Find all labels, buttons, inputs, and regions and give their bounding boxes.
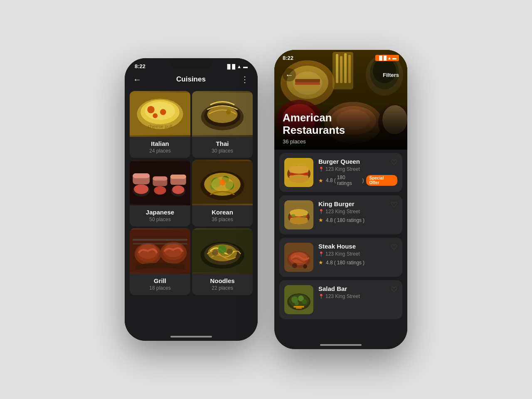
right-back-button[interactable]: ← xyxy=(283,68,296,81)
wifi-icon: ▲ xyxy=(237,64,241,69)
korean-label: Korean 36 places xyxy=(192,205,253,227)
cuisine-card-grill[interactable]: Grill 18 places xyxy=(130,228,190,295)
steak-house-favorite-button[interactable]: ♡ xyxy=(391,243,397,252)
left-page-title: Cuisines xyxy=(176,75,206,84)
salad-bar-favorite-button[interactable]: ♡ xyxy=(391,285,397,294)
japanese-image xyxy=(130,160,190,205)
grill-label: Grill 18 places xyxy=(130,274,190,295)
svg-rect-19 xyxy=(170,175,186,179)
svg-point-4 xyxy=(147,106,155,113)
thai-name: Thai xyxy=(196,140,249,147)
king-burger-name: King Burger xyxy=(318,200,397,207)
king-burger-image xyxy=(284,200,313,229)
right-home-indicator xyxy=(320,344,362,346)
star-icon-3: ★ xyxy=(318,259,323,266)
left-header: ← Cuisines ⋮ xyxy=(125,71,258,89)
svg-point-49 xyxy=(212,250,218,256)
noodles-label: Noodles 22 places xyxy=(192,274,253,295)
cuisine-card-italian[interactable]: cheese pull Italian 24 places xyxy=(130,91,190,158)
noodles-image xyxy=(192,228,253,274)
burger-queen-favorite-button[interactable]: ♡ xyxy=(391,158,397,167)
svg-point-34 xyxy=(219,180,226,186)
svg-point-79 xyxy=(289,165,309,174)
svg-text:cheese pull: cheese pull xyxy=(148,123,172,129)
svg-rect-17 xyxy=(153,176,167,180)
svg-point-80 xyxy=(289,175,309,183)
svg-point-23 xyxy=(154,186,166,195)
steak-house-name: Steak House xyxy=(318,243,397,250)
svg-rect-103 xyxy=(293,306,304,308)
right-time: 8:22 xyxy=(283,55,293,61)
restaurant-card-king-burger[interactable]: King Burger 📍 123 King Street ★ 4.8 ( 18… xyxy=(279,195,402,234)
burger-queen-rating: 4.8 ( 180 ratings ) xyxy=(326,175,364,186)
svg-point-12 xyxy=(226,110,231,115)
pin-icon-4: 📍 xyxy=(318,294,324,299)
svg-point-95 xyxy=(303,264,307,268)
restaurant-card-steak-house[interactable]: Steak House 📍 123 King Street ★ 4.8 ( 18… xyxy=(279,238,402,277)
cuisine-card-japanese[interactable]: Japanese 50 places xyxy=(130,160,190,227)
steak-house-address: 📍 123 King Street xyxy=(318,251,397,257)
svg-point-89 xyxy=(303,215,306,218)
steak-house-image xyxy=(284,243,313,272)
korean-count: 36 places xyxy=(196,217,249,222)
burger-queen-info: Burger Queen 📍 123 King Street ★ 4.8 ( 1… xyxy=(318,158,397,186)
steak-house-info: Steak House 📍 123 King Street ★ 4.8 ( 18… xyxy=(318,243,397,266)
grill-count: 18 places xyxy=(134,285,186,291)
italian-image: cheese pull xyxy=(130,91,190,137)
king-burger-favorite-button[interactable]: ♡ xyxy=(391,200,397,209)
hero-overlay: AmericanRestaurants 36 places xyxy=(274,103,407,150)
salad-bar-address: 📍 123 King Street xyxy=(318,293,397,299)
cuisine-card-korean[interactable]: Korean 36 places xyxy=(192,160,253,227)
steak-house-rating: 4.8 ( 180 ratings ) xyxy=(326,260,365,266)
cuisine-card-noodles[interactable]: Noodles 22 places xyxy=(192,228,253,295)
svg-point-11 xyxy=(207,106,238,123)
right-screen: 8:22 ▐▌█ ▲ ▬ ← Filters A xyxy=(274,50,407,349)
cuisine-card-thai[interactable]: Thai 30 places xyxy=(192,91,253,158)
thai-label: Thai 30 places xyxy=(192,137,253,158)
left-home-indicator xyxy=(170,336,212,337)
pin-icon: 📍 xyxy=(318,167,324,172)
left-back-button[interactable]: ← xyxy=(133,75,141,84)
left-more-button[interactable]: ⋮ xyxy=(241,74,249,84)
svg-rect-15 xyxy=(133,173,150,178)
burger-queen-name: Burger Queen xyxy=(318,158,397,165)
battery-icon: ▬ xyxy=(243,64,248,69)
right-phone: 8:22 ▐▌█ ▲ ▬ ← Filters A xyxy=(274,50,407,349)
signal-bars-icon: ▐▌█ xyxy=(226,64,235,69)
right-status-icons: ▐▌█ ▲ ▬ xyxy=(375,55,399,61)
left-screen: 8:22 ▐▌█ ▲ ▬ ← Cuisines ⋮ xyxy=(125,58,258,341)
svg-rect-42 xyxy=(133,239,187,241)
restaurant-card-burger-queen[interactable]: Burger Queen 📍 123 King Street ★ 4.8 ( 1… xyxy=(279,153,402,192)
svg-point-50 xyxy=(227,249,233,255)
svg-point-6 xyxy=(153,113,158,118)
restaurant-card-salad-bar[interactable]: Salad Bar 📍 123 King Street ♡ xyxy=(279,280,402,319)
pin-icon-3: 📍 xyxy=(318,251,324,257)
pin-icon-2: 📍 xyxy=(318,209,324,214)
thai-count: 30 places xyxy=(196,148,249,154)
filter-button[interactable]: Filters xyxy=(383,72,399,78)
japanese-label: Japanese 50 places xyxy=(130,205,190,227)
noodles-count: 22 places xyxy=(196,285,249,291)
japanese-count: 50 places xyxy=(134,217,186,222)
hero-title: AmericanRestaurants xyxy=(283,112,399,137)
steak-house-rating-row: ★ 4.8 ( 180 ratings ) xyxy=(318,259,397,266)
svg-rect-43 xyxy=(133,243,187,244)
left-phone: 8:22 ▐▌█ ▲ ▬ ← Cuisines ⋮ xyxy=(125,58,258,341)
svg-point-101 xyxy=(302,299,307,304)
phones-container: 8:22 ▐▌█ ▲ ▬ ← Cuisines ⋮ xyxy=(125,50,407,349)
korean-image xyxy=(192,160,253,205)
right-status-bar: 8:22 ▐▌█ ▲ ▬ xyxy=(274,50,407,63)
grill-name: Grill xyxy=(134,277,186,284)
svg-point-21 xyxy=(134,184,148,194)
hero-places-count: 36 places xyxy=(283,138,399,145)
salad-bar-info: Salad Bar 📍 123 King Street xyxy=(318,285,397,302)
korean-name: Korean xyxy=(196,209,249,216)
signal-battery-badge: ▐▌█ ▲ ▬ xyxy=(375,55,399,61)
notch xyxy=(170,58,212,68)
italian-count: 24 places xyxy=(134,148,186,154)
svg-point-94 xyxy=(292,263,297,268)
svg-rect-104 xyxy=(296,308,302,309)
wifi-icon: ▲ xyxy=(387,56,392,60)
battery-icon: ▬ xyxy=(392,56,397,60)
thai-image xyxy=(192,91,253,137)
